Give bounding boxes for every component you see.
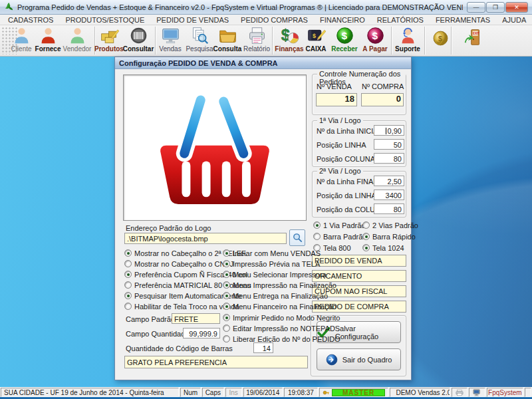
radio-icon: [124, 292, 132, 299]
menubar: CADASTROS PRODUTOS/ESTOQUE PEDIDO DE VEN…: [0, 15, 532, 25]
status-date: 19/06/2014: [243, 388, 283, 397]
magnifier-icon: [292, 232, 303, 243]
campo-padrao-field[interactable]: FRETE: [172, 313, 220, 324]
menu-pedido-compras[interactable]: PEDIDO COMPRAS: [235, 15, 313, 25]
search-docs-icon: [190, 26, 209, 45]
radio-icon: [223, 260, 230, 267]
dialog-title: Configuração PEDIDO DE VENDA & COMPRA: [119, 59, 278, 67]
campo-padrao-label: Campo Padrão: [126, 315, 175, 323]
minimize-button[interactable]: —: [467, 2, 485, 13]
status-key: [525, 388, 531, 397]
linha-final-field[interactable]: 2,50: [374, 176, 404, 186]
dialog-titlebar[interactable]: Configuração PEDIDO DE VENDA & COMPRA: [115, 57, 411, 69]
exit-dialog-button[interactable]: Sair do Quadro: [317, 348, 401, 370]
option-tela-troco[interactable]: Habilitar de Tela Troco na venda: [124, 302, 239, 311]
status-demo: DEMO Vendas 2.0: [390, 388, 450, 397]
pay-dollar-icon: $: [366, 26, 385, 45]
radio-barra-rapido[interactable]: Barra Rápido: [362, 232, 416, 241]
option-selecionar-impressora[interactable]: Menu Selecionar Impressora: [223, 270, 327, 279]
key-icon: [323, 389, 330, 396]
option-liberar-edicao[interactable]: Liberar Edição do Nº do PEDIDO: [223, 334, 340, 343]
menu-ferramentas[interactable]: FERRAMENTAS: [430, 15, 495, 25]
status-master: MASTER: [319, 388, 388, 397]
option-impressao-previa[interactable]: Impressão Prévia na TELA: [223, 259, 320, 268]
status-printer-button[interactable]: [452, 388, 467, 397]
svg-text:EXIT: EXIT: [473, 32, 479, 35]
posicao-da-linha-field[interactable]: 3400: [374, 190, 404, 200]
option-editar-notepad[interactable]: Editar Impressão no NOTEPAD: [223, 324, 335, 332]
radio-icon: [362, 244, 370, 251]
codigo-barras-field[interactable]: 14: [253, 342, 273, 353]
doc-title-pedido-venda[interactable]: PEDIDO DE VENDA: [312, 255, 406, 267]
codigo-barras-label: Quantidade do Código de Barras: [126, 344, 233, 352]
text-caret: [386, 128, 386, 134]
toolbar-exit-button[interactable]: EXIT: [454, 27, 491, 57]
shopping-basket-image: [135, 82, 295, 213]
campo-quantidade-field[interactable]: 99,999.9: [183, 328, 220, 338]
status-ins: Ins: [225, 388, 242, 397]
option-mostrar-cnpj[interactable]: Mostrar no Cabeçalho o CNPJ: [124, 259, 233, 268]
radio-icon: [223, 325, 230, 332]
close-button[interactable]: ✕: [505, 2, 528, 13]
monitor-icon: [161, 26, 180, 45]
option-entrega-finalizacao[interactable]: Menu Entrega na Finalização: [223, 291, 328, 300]
grato-message-field[interactable]: GRATO PELA PREFERENCIA: [124, 356, 308, 368]
svg-text:$: $: [281, 27, 289, 44]
posicao-da-linha-label: Posição da LINHA: [317, 192, 376, 200]
radio-icon: [313, 221, 321, 229]
via1-group-title: 1ª Via / Logo: [317, 116, 363, 124]
venda-label: Nº VENDA: [317, 82, 352, 90]
status-computer-button[interactable]: [469, 388, 485, 397]
linha-final-label: Nº da Linha FINAL: [317, 178, 377, 186]
toolbar-apagar-button[interactable]: $ A Pagar: [356, 26, 394, 56]
logo-path-field[interactable]: .\BITMAP\logocesta.bmp: [124, 233, 287, 244]
supplier-person-icon: [39, 26, 58, 45]
radio-2-vias-padrao[interactable]: 2 Vias Padrão: [362, 221, 418, 229]
option-modo-negrito[interactable]: Imprimir Pedido no Modo Negrito: [223, 313, 340, 322]
menu-pedido-vendas[interactable]: PEDIDO DE VENDAS: [151, 15, 234, 25]
radio-barra-padrao[interactable]: Barra Padrão: [313, 232, 366, 241]
compra-number-field[interactable]: 0: [361, 93, 404, 106]
logo-path-label: Endereço Padrão do Logo: [126, 224, 211, 232]
cashbook-icon: $: [307, 26, 326, 45]
radio-icon: [124, 281, 132, 289]
radio-tela-1024[interactable]: Tela 1024: [362, 243, 404, 252]
coin-icon: $: [431, 29, 450, 48]
option-menu-vendas[interactable]: Iniciar com Menu VENDAS: [223, 249, 321, 257]
menu-financeiro[interactable]: FINANCEIRO: [315, 15, 370, 25]
menu-relatorios[interactable]: RELATÓRIOS: [372, 15, 429, 25]
printer-icon: [247, 26, 267, 45]
client-person-icon: [12, 26, 31, 45]
svg-text:$: $: [313, 33, 316, 39]
receive-dollar-icon: $: [335, 26, 354, 45]
option-impressao-finalizacao[interactable]: Menu Impressão na Finalização: [223, 281, 336, 289]
logo-preview-box: [123, 74, 307, 221]
option-financeiro-finalizacao[interactable]: Menu Financeiro na Finalização: [223, 302, 336, 311]
posicao-coluna-field[interactable]: 80: [374, 153, 404, 164]
arrow-circle-icon: [326, 354, 338, 366]
posicao-linha-label: Posição LINHA: [317, 141, 366, 149]
restore-button[interactable]: ❐: [486, 2, 505, 13]
posicao-linha-field[interactable]: 50: [374, 139, 404, 150]
config-dialog: Configuração PEDIDO DE VENDA & COMPRA: [114, 57, 412, 380]
linha-inicial-field[interactable]: 0,90: [374, 125, 404, 136]
status-time: 19:08:37: [284, 388, 318, 397]
seller-person-icon: [68, 26, 87, 45]
menu-cadastros[interactable]: CADASTROS: [3, 15, 59, 25]
radio-1-via-padrao[interactable]: 1 Via Padrão: [313, 221, 365, 229]
toolbar-relatorio-button[interactable]: Relatório: [238, 26, 275, 56]
posicao-da-coluna-field[interactable]: 80: [374, 203, 404, 214]
menu-ajuda[interactable]: AJUDA: [497, 15, 531, 25]
radio-icon: [124, 271, 132, 278]
toolbar-separator: [451, 27, 452, 55]
menu-produtos-estoque[interactable]: PRODUTOS/ESTOQUE: [60, 15, 150, 25]
toolbar-suporte-button[interactable]: Suporte: [389, 26, 426, 56]
svg-text:$: $: [372, 30, 378, 41]
window-title: Programa Pedido de Vendas + Estoque & Fi…: [17, 3, 463, 11]
dialog-body: Controle Numeração dos Pedidos Nº VENDA …: [115, 69, 411, 380]
radio-icon: [223, 281, 230, 289]
venda-number-field[interactable]: 18: [316, 93, 357, 106]
browse-logo-button[interactable]: [289, 229, 305, 246]
compra-label: Nº COMPRA: [362, 82, 404, 90]
app-window: Programa Pedido de Vendas + Estoque & Fi…: [0, 0, 532, 399]
